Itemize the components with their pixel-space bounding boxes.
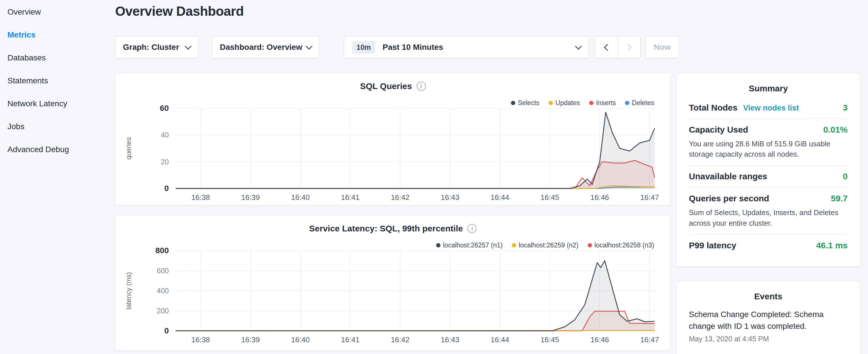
svg-text:16:39: 16:39 — [241, 335, 260, 344]
summary-label: Unavailable ranges — [689, 171, 767, 181]
sidebar-item-advanced-debug[interactable]: Advanced Debug — [0, 138, 109, 161]
svg-text:60: 60 — [160, 104, 169, 112]
sidebar-item-jobs[interactable]: Jobs — [0, 115, 109, 138]
chevron-down-icon — [185, 43, 191, 50]
page-title: Overview Dashboard — [115, 3, 244, 19]
now-button[interactable]: Now — [645, 36, 679, 58]
svg-text:16:42: 16:42 — [391, 335, 409, 344]
summary-row-capacity-used: Capacity Used 0.01% You are using 28.6 M… — [689, 119, 848, 165]
info-icon[interactable]: i — [467, 224, 476, 233]
svg-text:queries: queries — [125, 137, 132, 160]
sql-queries-chart[interactable]: 020406016:3816:3916:4016:4116:4216:4316:… — [116, 104, 671, 204]
now-button-label: Now — [654, 43, 671, 52]
summary-value: 3 — [843, 103, 848, 112]
svg-text:16:43: 16:43 — [441, 335, 459, 344]
view-nodes-list-link[interactable]: View nodes list — [743, 104, 799, 112]
summary-value: 0.01% — [823, 125, 848, 135]
summary-value: 59.7 — [831, 194, 848, 203]
svg-text:0: 0 — [164, 326, 169, 335]
svg-text:16:40: 16:40 — [291, 193, 310, 202]
svg-text:16:45: 16:45 — [540, 193, 559, 202]
summary-note: You are using 28.6 MiB of 515.9 GiB usab… — [689, 139, 848, 159]
summary-panel: Summary Total Nodes View nodes list 3 Ca… — [677, 73, 860, 267]
dashboard-dropdown-label: Dashboard: Overview — [220, 43, 302, 52]
svg-text:16:44: 16:44 — [491, 193, 509, 202]
sql-queries-chart-panel: SQL Queries i SelectsUpdatesInsertsDelet… — [115, 73, 671, 205]
event-item-timestamp: May 13, 2020 at 4:45 PM — [689, 335, 848, 343]
time-window-label: Past 10 Minutes — [382, 43, 443, 52]
chart-title: Service Latency: SQL, 99th percentile — [309, 224, 463, 233]
summary-label: Capacity Used — [689, 125, 748, 135]
time-window-next-button[interactable] — [618, 36, 641, 58]
summary-row-p99-latency: P99 latency 46.1 ms — [689, 234, 848, 256]
svg-text:200: 200 — [157, 307, 169, 315]
graph-dropdown-label: Graph: Cluster — [123, 43, 179, 52]
sidebar: Overview Metrics Databases Statements Ne… — [0, 0, 109, 354]
summary-title: Summary — [689, 84, 848, 93]
chevron-left-icon — [604, 44, 611, 51]
sidebar-item-overview[interactable]: Overview — [0, 1, 109, 24]
dashboard-dropdown[interactable]: Dashboard: Overview — [212, 36, 319, 58]
summary-value: 46.1 ms — [816, 240, 848, 250]
sidebar-item-network-latency[interactable]: Network Latency — [0, 92, 109, 115]
svg-text:16:47: 16:47 — [640, 193, 659, 202]
svg-text:0: 0 — [164, 184, 169, 193]
svg-text:20: 20 — [161, 158, 169, 166]
time-window-prev-button[interactable] — [595, 36, 618, 58]
graph-dropdown[interactable]: Graph: Cluster — [115, 36, 198, 58]
service-latency-chart[interactable]: 020040060080016:3816:3916:4016:4116:4216… — [116, 247, 671, 347]
event-item-text: Schema Change Completed: Schema change w… — [689, 309, 848, 332]
svg-text:16:45: 16:45 — [540, 335, 559, 344]
events-title: Events — [689, 292, 848, 301]
svg-text:16:38: 16:38 — [191, 193, 210, 202]
summary-row-unavailable-ranges: Unavailable ranges 0 — [689, 165, 848, 188]
svg-text:16:46: 16:46 — [590, 193, 609, 202]
summary-label: P99 latency — [689, 240, 736, 250]
chevron-down-icon — [575, 43, 582, 50]
svg-text:16:43: 16:43 — [441, 193, 459, 202]
svg-text:16:41: 16:41 — [341, 335, 360, 344]
sidebar-item-metrics[interactable]: Metrics — [0, 24, 109, 46]
svg-text:16:44: 16:44 — [491, 335, 509, 344]
summary-label: Queries per second — [689, 194, 769, 203]
svg-text:16:41: 16:41 — [341, 193, 360, 202]
svg-text:400: 400 — [157, 287, 169, 295]
chevron-down-icon — [306, 43, 312, 50]
summary-row-total-nodes: Total Nodes View nodes list 3 — [689, 97, 848, 119]
chart-title: SQL Queries — [360, 81, 412, 91]
svg-text:40: 40 — [161, 131, 169, 139]
svg-text:16:42: 16:42 — [391, 193, 409, 202]
time-window-badge: 10m — [352, 41, 375, 54]
svg-text:600: 600 — [157, 267, 169, 275]
summary-note: Sum of Selects, Updates, Inserts, and De… — [689, 207, 848, 228]
sidebar-item-databases[interactable]: Databases — [0, 46, 109, 69]
svg-text:latency (ms): latency (ms) — [125, 272, 132, 310]
svg-text:16:40: 16:40 — [291, 335, 310, 344]
svg-text:16:47: 16:47 — [640, 335, 659, 344]
events-panel: Events Schema Change Completed: Schema c… — [677, 281, 860, 354]
service-latency-chart-panel: Service Latency: SQL, 99th percentile i … — [115, 215, 671, 351]
chevron-right-icon — [625, 44, 631, 51]
svg-text:16:39: 16:39 — [241, 193, 260, 202]
svg-text:16:46: 16:46 — [590, 335, 609, 344]
sidebar-item-statements[interactable]: Statements — [0, 69, 109, 92]
summary-row-queries-per-second: Queries per second 59.7 Sum of Selects, … — [689, 188, 848, 234]
svg-text:800: 800 — [155, 247, 169, 255]
summary-label: Total Nodes — [689, 103, 737, 112]
svg-text:16:38: 16:38 — [191, 335, 210, 344]
time-window-selector[interactable]: 10m Past 10 Minutes — [344, 36, 589, 58]
summary-value: 0 — [843, 171, 848, 181]
info-icon[interactable]: i — [417, 82, 426, 91]
